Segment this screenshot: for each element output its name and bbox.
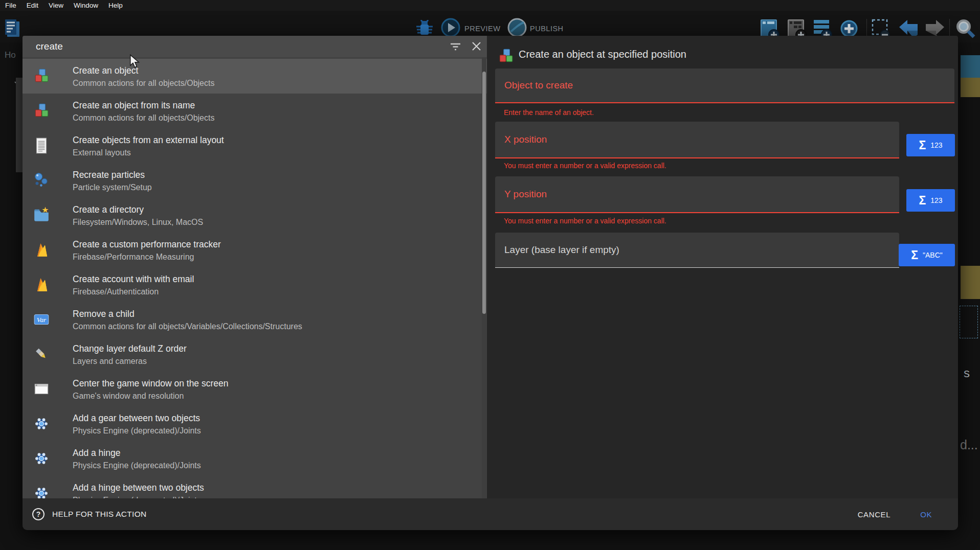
help-icon: ? [32, 508, 45, 521]
ok-button[interactable]: OK [917, 510, 935, 519]
firebase-flame-icon [33, 276, 50, 293]
field-error-text: You must enter a number or a valid expre… [504, 162, 666, 170]
objects-cubes-icon [33, 102, 50, 120]
instruction-editor-dialog: create Create an object Common actions f… [23, 36, 958, 530]
preview-button-label[interactable]: PREVIEW [464, 25, 500, 33]
menu-view[interactable]: View [43, 1, 69, 11]
action-parameters-panel: Create an object at specified position O… [487, 36, 958, 498]
mouse-cursor [129, 54, 140, 71]
action-list-item[interactable]: Center the game window on the screen Gam… [23, 372, 487, 406]
action-list-item[interactable]: Add a hinge between two objects Physics … [23, 476, 487, 498]
menu-edit[interactable]: Edit [21, 1, 43, 11]
gear-icon [33, 415, 50, 432]
layer-expression-button[interactable]: Σ "ABC" [899, 244, 955, 266]
sigma-icon: Σ [919, 195, 926, 207]
particles-icon [33, 172, 50, 189]
background-selection-rect [960, 306, 978, 338]
action-list: Create an object Common actions for all … [23, 57, 487, 498]
sigma-icon: Σ [911, 249, 918, 261]
x-position-field[interactable]: X position [495, 122, 899, 158]
svg-text:?: ? [36, 510, 41, 518]
background-clipped-text: s [964, 366, 970, 380]
search-input[interactable]: create [36, 41, 63, 52]
action-list-item[interactable]: Var Remove a child Common actions for al… [23, 302, 487, 337]
background-teal-block [961, 55, 980, 78]
menu-file[interactable]: File [5, 1, 21, 11]
dialog-footer: ? HELP FOR THIS ACTION CANCEL OK [23, 498, 958, 530]
layer-field[interactable]: Layer (base layer if empty) [495, 233, 899, 268]
background-olive-block [961, 266, 980, 299]
menu-help[interactable]: Help [103, 1, 128, 11]
help-button[interactable]: ? HELP FOR THIS ACTION [32, 508, 147, 521]
cancel-button[interactable]: CANCEL [855, 510, 894, 519]
folder-star-icon: ★ [33, 207, 50, 224]
background-olive-block [961, 78, 980, 97]
background-clipped-text: d... [960, 438, 978, 452]
action-list-item[interactable]: Add a gear between two objects Physics E… [23, 406, 487, 441]
action-list-item[interactable]: Change layer default Z order Layers and … [23, 337, 487, 372]
svg-text:★: ★ [41, 207, 49, 214]
gear-icon [33, 485, 50, 498]
action-list-item[interactable]: Create an object Common actions for all … [23, 59, 487, 94]
object-to-create-field[interactable]: Object to create [495, 68, 954, 103]
sigma-icon: Σ [919, 140, 926, 151]
action-search-panel: create Create an object Common actions f… [23, 36, 487, 498]
filter-icon[interactable] [449, 39, 462, 53]
action-list-item[interactable]: Recreate particles Particle system/Setup [23, 163, 487, 198]
objects-cubes-icon [497, 48, 514, 64]
action-title: Create an object at specified position [519, 49, 686, 60]
close-icon[interactable] [470, 39, 483, 53]
menu-bar: FileEditViewWindowHelp [0, 0, 980, 11]
field-label: Y position [504, 189, 547, 200]
window-icon [33, 380, 50, 398]
field-label: Object to create [504, 80, 573, 91]
project-manager-icon[interactable] [4, 18, 20, 40]
background-panel-edge [16, 78, 23, 172]
action-list-item[interactable]: ★ Create a directory Filesystem/Windows,… [23, 198, 487, 233]
gear-icon [33, 450, 50, 467]
field-label: X position [504, 134, 547, 145]
action-list-item[interactable]: Create an object from its name Common ac… [23, 94, 487, 128]
var-badge-icon: Var [33, 311, 50, 328]
objects-cubes-icon [33, 67, 50, 85]
action-list-item[interactable]: Create account with with email Firebase/… [23, 267, 487, 302]
action-list-item[interactable]: Add a hinge Physics Engine (deprecated)/… [23, 441, 487, 476]
svg-text:Var: Var [37, 316, 47, 324]
menu-window[interactable]: Window [69, 1, 103, 11]
document-icon [33, 137, 50, 154]
action-list-item[interactable]: Create a custom performance tracker Fire… [23, 233, 487, 267]
publish-button-label[interactable]: PUBLISH [530, 25, 564, 33]
y-position-field[interactable]: Y position [495, 176, 899, 213]
scrollbar-thumb[interactable] [482, 72, 486, 314]
layer-brush-icon [33, 346, 50, 363]
home-tab-label[interactable]: Ho [5, 50, 16, 60]
x-position-expression-button[interactable]: Σ 123 [906, 134, 955, 156]
field-helper-text: Enter the name of an object. [504, 108, 594, 117]
action-list-item[interactable]: Create objects from an external layout E… [23, 128, 487, 163]
field-label: Layer (base layer if empty) [504, 244, 619, 256]
search-bar[interactable]: create [23, 36, 487, 57]
field-error-text: You must enter a number or a valid expre… [504, 217, 666, 225]
firebase-flame-icon [33, 241, 50, 259]
y-position-expression-button[interactable]: Σ 123 [906, 189, 955, 212]
